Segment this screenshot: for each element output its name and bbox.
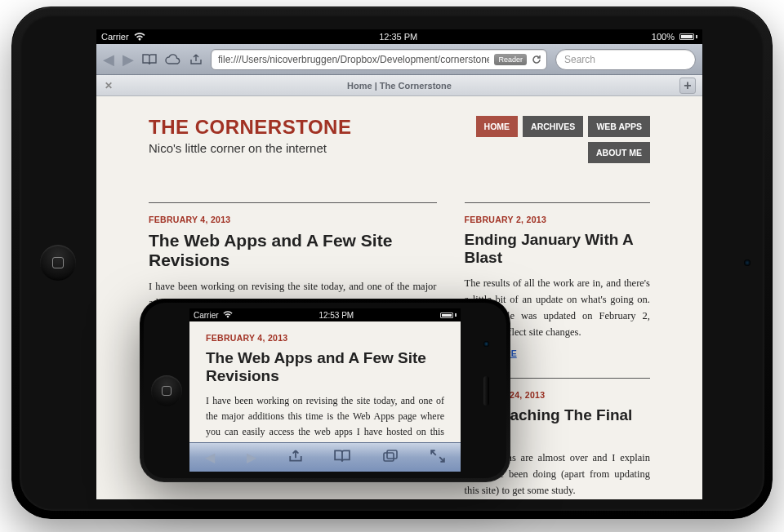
share-icon[interactable] [288, 450, 303, 466]
tab-title[interactable]: Home | The Cornerstone [347, 81, 452, 91]
back-button[interactable]: ◀ [205, 450, 215, 465]
post-date: FEBRUARY 2, 2013 [465, 202, 650, 224]
forward-button[interactable]: ▶ [122, 51, 134, 69]
iphone-device: Carrier 12:53 PM FEBRUARY 4, 2013 The We… [140, 299, 510, 482]
iphone-home-button[interactable] [151, 375, 182, 406]
iphone-camera [483, 341, 489, 347]
safari-toolbar: ◀ ▶ file:///Users/nicoverbruggen/Dropbox… [96, 44, 702, 75]
forward-button[interactable]: ▶ [247, 450, 256, 465]
clock-label: 12:35 PM [379, 32, 417, 42]
ipad-home-button[interactable] [40, 245, 76, 281]
reload-icon[interactable] [530, 53, 543, 66]
carrier-label: Carrier [101, 32, 129, 42]
wifi-icon [134, 33, 145, 41]
post-title[interactable]: Ending January With A Blast [465, 231, 650, 267]
iphone-status-bar: Carrier 12:53 PM [189, 308, 461, 321]
share-icon[interactable] [189, 54, 203, 65]
site-title[interactable]: THE CORNERSTONE [149, 116, 351, 139]
iphone-screen: Carrier 12:53 PM FEBRUARY 4, 2013 The We… [189, 308, 461, 472]
post-date: FEBRUARY 4, 2013 [149, 202, 437, 224]
tabs-icon[interactable] [382, 450, 399, 466]
battery-percent: 100% [652, 32, 675, 42]
carrier-label: Carrier [194, 311, 219, 320]
back-button[interactable]: ◀ [103, 51, 114, 69]
url-text: file:///Users/nicoverbruggen/Dropbox/Dev… [218, 54, 489, 65]
reader-button[interactable]: Reader [494, 54, 527, 65]
tab-close-button[interactable]: ✕ [105, 80, 113, 91]
search-field[interactable]: Search [555, 49, 696, 70]
main-nav: HOME ARCHIVES WEB APPS ABOUT ME [470, 116, 650, 163]
url-field[interactable]: file:///Users/nicoverbruggen/Dropbox/Dev… [211, 49, 547, 70]
nav-about[interactable]: ABOUT ME [588, 142, 650, 163]
tab-bar: ✕ Home | The Cornerstone + [96, 75, 702, 96]
fullscreen-icon[interactable] [430, 450, 445, 466]
post-date: FEBRUARY 4, 2013 [206, 333, 444, 343]
battery-icon [440, 313, 457, 318]
ipad-status-bar: Carrier 12:35 PM 100% [96, 29, 702, 44]
tab-add-button[interactable]: + [679, 78, 696, 94]
nav-home[interactable]: HOME [476, 116, 519, 137]
wifi-icon [223, 311, 233, 320]
battery-icon [679, 33, 697, 40]
clock-label: 12:53 PM [318, 311, 354, 320]
post-title[interactable]: The Web Apps and A Few Site Revisions [206, 349, 444, 385]
site-subtitle: Nico's little corner on the internet [149, 141, 351, 155]
ipad-camera [744, 259, 751, 266]
nav-webapps[interactable]: WEB APPS [588, 116, 650, 137]
svg-rect-1 [387, 450, 397, 459]
nav-archives[interactable]: ARCHIVES [523, 116, 583, 137]
search-placeholder: Search [564, 54, 595, 65]
iphone-speaker [483, 376, 489, 406]
iphone-safari-toolbar: ◀ ▶ [189, 442, 461, 472]
bookmarks-icon[interactable] [334, 450, 350, 466]
post-title[interactable]: The Web Apps and A Few Site Revisions [149, 231, 437, 270]
cloud-icon[interactable] [165, 54, 181, 64]
bookmarks-icon[interactable] [142, 54, 157, 65]
svg-rect-0 [384, 453, 394, 461]
